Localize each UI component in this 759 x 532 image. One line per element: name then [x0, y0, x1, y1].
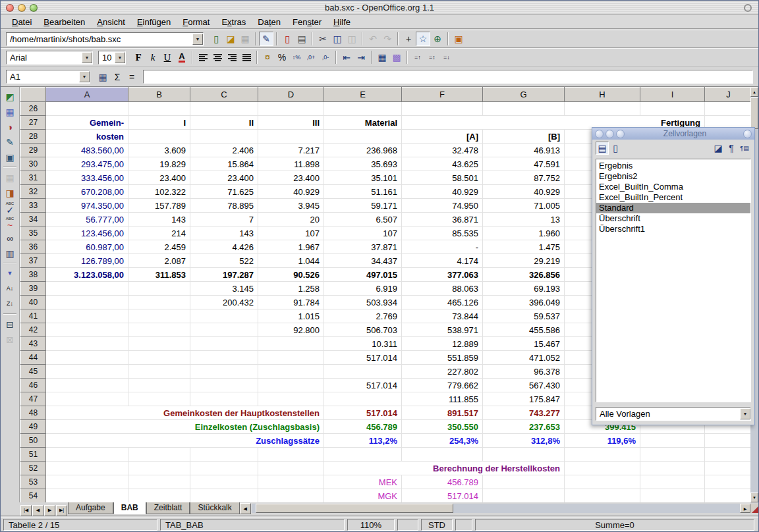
new-document-icon[interactable]: ▯	[209, 32, 223, 46]
cell-C41[interactable]	[190, 309, 258, 323]
cell-D32[interactable]: 40.929	[258, 185, 324, 199]
decrease-indent-icon[interactable]: ⇤	[339, 50, 354, 65]
cell-G28[interactable]: [B]	[483, 130, 565, 144]
cell-B42[interactable]	[128, 323, 190, 337]
cell-E48[interactable]: 517.014	[324, 406, 402, 420]
cell-D46[interactable]	[258, 379, 324, 392]
cell-F26[interactable]	[402, 102, 483, 116]
cell-F32[interactable]: 40.929	[402, 185, 483, 199]
cell-I54[interactable]	[640, 489, 705, 503]
row-header-28[interactable]: 28	[21, 130, 46, 144]
cell-G35[interactable]: 1.960	[483, 226, 565, 240]
cell-B28[interactable]	[128, 130, 190, 144]
new-style-from-selection-icon[interactable]: ¶	[725, 142, 738, 155]
cell-D29[interactable]: 7.217	[258, 144, 324, 157]
cell-D31[interactable]: 23.400	[258, 171, 324, 185]
cell-E36[interactable]: 37.871	[324, 240, 402, 254]
cell-A40[interactable]	[46, 296, 128, 309]
cell-B34[interactable]: 143	[128, 213, 190, 226]
cell-I53[interactable]	[640, 475, 705, 489]
cell-B41[interactable]	[128, 309, 190, 323]
cell-B33[interactable]: 157.789	[128, 199, 190, 213]
autoformat-icon[interactable]: ▦	[2, 170, 18, 185]
cell-A50[interactable]: Zuschlagssätze	[46, 434, 324, 448]
last-sheet-button[interactable]: ▶|	[56, 505, 67, 516]
cell-E47[interactable]	[324, 392, 402, 406]
cell-A47[interactable]	[46, 392, 128, 406]
cell-G40[interactable]: 396.049	[483, 296, 565, 309]
style-item-überschrift1[interactable]: Überschrift1	[596, 224, 750, 234]
cell-I26[interactable]	[640, 102, 705, 116]
cell-E28[interactable]	[324, 130, 402, 144]
cell-B44[interactable]	[128, 351, 190, 365]
style-filter-combo[interactable]: Alle Vorlagen ▼	[596, 407, 751, 421]
cell-E37[interactable]: 34.437	[324, 254, 402, 268]
column-header-F[interactable]: F	[402, 88, 483, 102]
cell-A53[interactable]	[46, 475, 128, 489]
cell-C27[interactable]: II	[190, 116, 258, 130]
cell-J51[interactable]	[705, 448, 752, 462]
cell-D44[interactable]	[258, 351, 324, 365]
cell-F39[interactable]: 88.063	[402, 282, 483, 296]
cell-F43[interactable]: 12.889	[402, 337, 483, 351]
cell-B46[interactable]	[128, 379, 190, 392]
cell-C34[interactable]: 7	[190, 213, 258, 226]
cell-A46[interactable]	[46, 379, 128, 392]
cell-F44[interactable]: 551.859	[402, 351, 483, 365]
cell-D43[interactable]	[258, 337, 324, 351]
scroll-right-icon[interactable]: ▶	[740, 504, 750, 513]
cell-A30[interactable]: 293.475,00	[46, 157, 128, 171]
cell-G39[interactable]: 69.193	[483, 282, 565, 296]
cell-F53[interactable]: 456.789	[402, 475, 483, 489]
undo-icon[interactable]: ↶	[366, 32, 380, 46]
cell-B29[interactable]: 3.609	[128, 144, 190, 157]
cell-G36[interactable]: 1.475	[483, 240, 565, 254]
navigator-icon[interactable]: +	[401, 32, 416, 46]
name-box-dropdown-icon[interactable]: ▼	[79, 71, 90, 82]
bold-icon[interactable]: F	[131, 50, 146, 65]
cell-G33[interactable]: 71.005	[483, 199, 565, 213]
cell-E33[interactable]: 59.171	[324, 199, 402, 213]
column-header-C[interactable]: C	[190, 88, 258, 102]
insert-object-icon[interactable]: ◑	[2, 119, 18, 134]
align-right-icon[interactable]	[225, 50, 239, 65]
sum-icon[interactable]: Σ	[110, 70, 125, 84]
cell-G45[interactable]: 96.378	[483, 365, 565, 379]
row-header-32[interactable]: 32	[21, 185, 46, 199]
cell-G34[interactable]: 13	[483, 213, 565, 226]
cell-G46[interactable]: 567.430	[483, 379, 565, 392]
cell-G26[interactable]	[483, 102, 565, 116]
cell-A42[interactable]	[46, 323, 128, 337]
cell-A32[interactable]: 670.208,00	[46, 185, 128, 199]
fill-format-mode-icon[interactable]: ◪	[712, 142, 725, 155]
autofilter-icon[interactable]: ▼	[2, 266, 18, 281]
cell-C38[interactable]: 197.287	[190, 268, 258, 282]
sort-descending-icon[interactable]: Z↓	[2, 296, 18, 311]
cell-C29[interactable]: 2.406	[190, 144, 258, 157]
row-header-47[interactable]: 47	[21, 392, 46, 406]
cell-B43[interactable]	[128, 337, 190, 351]
page-styles-icon[interactable]: ▯	[609, 142, 622, 155]
stylist-title-bar[interactable]: Zellvorlagen	[592, 128, 754, 140]
sheet-tab-bab[interactable]: BAB	[113, 502, 146, 514]
cell-B52[interactable]	[128, 462, 190, 475]
row-header-48[interactable]: 48	[21, 406, 46, 420]
cell-B37[interactable]: 2.087	[128, 254, 190, 268]
cell-A38[interactable]: 3.123.058,00	[46, 268, 128, 282]
row-header-42[interactable]: 42	[21, 323, 46, 337]
cell-H52[interactable]	[565, 462, 640, 475]
cell-F29[interactable]: 32.478	[402, 144, 483, 157]
cell-E54[interactable]: MGK	[324, 489, 402, 503]
cell-C53[interactable]	[190, 475, 258, 489]
cell-B36[interactable]: 2.459	[128, 240, 190, 254]
cell-A52[interactable]	[46, 462, 128, 475]
edit-file-icon[interactable]: ✎	[259, 32, 273, 46]
cell-A54[interactable]	[46, 489, 128, 503]
cell-D36[interactable]: 1.967	[258, 240, 324, 254]
row-header-31[interactable]: 31	[21, 171, 46, 185]
stylist-widget-button[interactable]	[743, 130, 752, 138]
scroll-down-icon[interactable]: ▼	[750, 492, 758, 502]
cell-F40[interactable]: 465.126	[402, 296, 483, 309]
cut-icon[interactable]: ✂	[316, 32, 330, 46]
style-item-excel_builtin_comma[interactable]: Excel_BuiltIn_Comma	[596, 182, 750, 192]
